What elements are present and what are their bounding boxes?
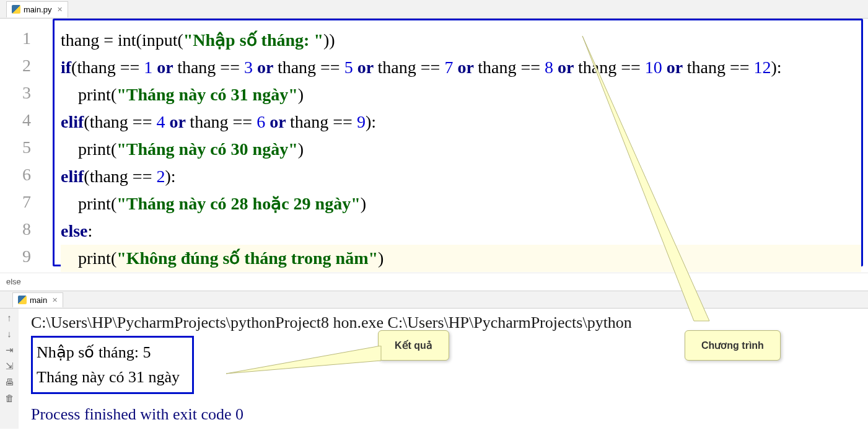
line-number: 1 xyxy=(0,25,31,52)
output-line: Tháng này có 31 ngày xyxy=(37,365,180,390)
code-line: print("Tháng này có 31 ngày") xyxy=(61,81,861,108)
code-line: elif(thang == 4 or thang == 6 or thang =… xyxy=(61,108,861,136)
line-gutter: 1 2 3 4 5 6 7 8 9 xyxy=(0,19,53,273)
breadcrumb-item: else xyxy=(6,277,21,286)
close-icon[interactable]: ✕ xyxy=(52,296,58,304)
line-number: 6 xyxy=(0,161,31,188)
line-number: 4 xyxy=(0,107,31,134)
code-line: print("Không đúng số tháng trong năm") xyxy=(61,245,861,272)
soft-wrap-icon[interactable]: ⇥ xyxy=(4,344,15,356)
code-area[interactable]: thang = int(input("Nhập số tháng: ")) if… xyxy=(53,19,863,266)
callout-pointer-result xyxy=(226,346,387,383)
callout-program: Chương trình xyxy=(685,330,781,361)
callout-result: Kết quả xyxy=(378,330,449,361)
line-number: 7 xyxy=(0,188,31,216)
line-number: 3 xyxy=(0,79,31,107)
code-line: elif(thang == 2): xyxy=(61,163,861,190)
run-body: ↑ ↓ ⇥ ⇲ 🖶 🗑 C:\Users\HP\PycharmProjects\… xyxy=(0,309,868,429)
editor-tab-bar: main.py ✕ xyxy=(0,0,868,19)
output-highlight-box: Nhập số tháng: 5 Tháng này có 31 ngày xyxy=(31,336,194,394)
run-tab-bar: main ✕ xyxy=(0,291,868,309)
close-icon[interactable]: ✕ xyxy=(57,6,63,14)
arrow-up-icon[interactable]: ↑ xyxy=(4,312,15,323)
run-toolbar: ↑ ↓ ⇥ ⇲ 🖶 🗑 xyxy=(0,309,19,429)
run-tab[interactable]: main ✕ xyxy=(12,292,63,307)
line-number: 8 xyxy=(0,216,31,243)
console-output[interactable]: C:\Users\HP\PycharmProjects\pythonProjec… xyxy=(19,309,868,429)
run-tab-label: main xyxy=(30,296,47,305)
scroll-end-icon[interactable]: ⇲ xyxy=(4,361,15,372)
code-line: print("Tháng này có 30 ngày") xyxy=(61,136,861,163)
code-line: if(thang == 1 or thang == 3 or thang == … xyxy=(61,54,861,81)
editor-body: 1 2 3 4 5 6 7 8 9 thang = int(input("Nhậ… xyxy=(0,19,868,273)
output-line: Nhập số tháng: 5 xyxy=(37,340,180,365)
editor-pane: main.py ✕ 1 2 3 4 5 6 7 8 9 thang = int(… xyxy=(0,0,868,291)
line-number: 5 xyxy=(0,134,31,161)
code-line: print("Tháng này có 28 hoặc 29 ngày") xyxy=(61,190,861,217)
code-line: else: xyxy=(61,217,861,245)
line-number: 2 xyxy=(0,52,31,79)
command-line: C:\Users\HP\PycharmProjects\pythonProjec… xyxy=(31,314,868,332)
run-pane: main ✕ ↑ ↓ ⇥ ⇲ 🖶 🗑 C:\Users\HP\PycharmPr… xyxy=(0,291,868,429)
breadcrumb[interactable]: else xyxy=(0,273,868,290)
arrow-down-icon[interactable]: ↓ xyxy=(4,328,15,340)
code-line: thang = int(input("Nhập số tháng: ")) xyxy=(61,27,861,54)
print-icon[interactable]: 🖶 xyxy=(4,377,15,388)
python-file-icon xyxy=(12,5,20,14)
trash-icon[interactable]: 🗑 xyxy=(4,393,15,404)
exit-line: Process finished with exit code 0 xyxy=(31,405,868,424)
editor-tab-main[interactable]: main.py ✕ xyxy=(6,1,68,17)
svg-marker-0 xyxy=(226,346,381,374)
python-run-icon xyxy=(18,296,27,304)
tab-filename: main.py xyxy=(24,5,52,14)
line-number: 9 xyxy=(0,243,31,270)
